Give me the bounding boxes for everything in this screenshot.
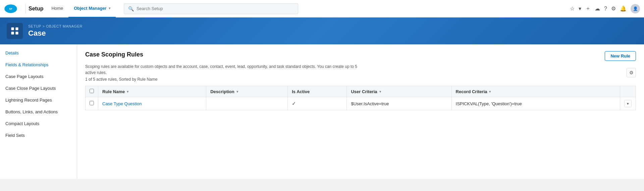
col-record-criteria[interactable]: Record Criteria ▾	[451, 86, 620, 97]
sidebar-item-case-close-page-layouts[interactable]: Case Close Page Layouts	[0, 82, 77, 94]
rule-name-link[interactable]: Case Type Question	[102, 101, 142, 106]
top-nav-right: ☆ ▾ ＋ ☁ ? ⚙ 🔔 👤	[570, 4, 640, 13]
nav-divider	[25, 4, 26, 14]
search-bar[interactable]: 🔍	[124, 3, 298, 14]
content-header: Case Scoping Rules New Rule	[85, 51, 636, 61]
row-checkbox-cell[interactable]	[86, 97, 98, 110]
cloud-icon[interactable]: ☁	[595, 5, 600, 12]
sidebar-item-fields-relationships[interactable]: Fields & Relationships	[0, 59, 77, 71]
search-icon: 🔍	[128, 6, 134, 11]
sidebar-item-lightning-record-pages[interactable]: Lightning Record Pages	[0, 94, 77, 106]
col-rule-name[interactable]: Rule Name ▾	[98, 86, 206, 97]
breadcrumb: SETUP > OBJECT MANAGER Case	[28, 24, 83, 38]
row-checkbox[interactable]	[90, 101, 94, 105]
section-title: Case Scoping Rules	[85, 51, 143, 58]
sidebar-item-buttons-links-actions[interactable]: Buttons, Links, and Actions	[0, 106, 77, 118]
object-manager-chevron: ▾	[109, 6, 110, 10]
svg-rect-5	[15, 32, 18, 34]
record-criteria-sort-icon: ▾	[489, 90, 491, 93]
gear-icon[interactable]: ⚙	[611, 5, 616, 12]
new-rule-button[interactable]: New Rule	[605, 51, 636, 61]
plus-icon[interactable]: ＋	[585, 5, 591, 12]
nav-tabs: Home Object Manager ▾	[46, 0, 115, 17]
record-count: 1 of 5 active rules, Sorted by Rule Name	[85, 77, 636, 82]
col-user-criteria[interactable]: User Criteria ▾	[347, 86, 451, 97]
chevron-down-icon[interactable]: ▾	[579, 5, 581, 12]
row-description	[206, 97, 288, 110]
row-record-criteria: ISPICKVAL(Type, 'Question')=true	[451, 97, 620, 110]
svg-rect-2	[11, 28, 14, 30]
svg-text:SF: SF	[9, 7, 12, 10]
select-all-header[interactable]	[86, 86, 98, 97]
content-area: Case Scoping Rules New Rule Scoping rule…	[77, 44, 644, 179]
select-all-checkbox[interactable]	[90, 89, 94, 93]
col-description[interactable]: Description ▾	[206, 86, 288, 97]
bell-icon[interactable]: 🔔	[620, 5, 627, 12]
row-user-criteria: $User.IsActive=true	[347, 97, 451, 110]
tab-object-manager[interactable]: Object Manager ▾	[68, 0, 116, 17]
star-icon[interactable]: ☆	[570, 5, 575, 12]
row-action-cell: ▾	[620, 97, 636, 110]
tab-home[interactable]: Home	[46, 0, 68, 17]
top-navigation: SF Setup Home Object Manager ▾ 🔍 ☆ ▾ ＋ ☁…	[0, 0, 644, 17]
sidebar-item-compact-layouts[interactable]: Compact Layouts	[0, 118, 77, 129]
rules-table: Rule Name ▾ Description ▾ Is Active	[85, 86, 636, 110]
user-criteria-sort-icon: ▾	[379, 90, 381, 93]
header-banner: SETUP > OBJECT MANAGER Case	[0, 17, 644, 44]
sidebar-item-details[interactable]: Details	[0, 47, 77, 59]
is-active-checkmark: ✓	[292, 101, 296, 106]
table-header-row: Rule Name ▾ Description ▾ Is Active	[86, 86, 636, 97]
section-description: Scoping rules are available for custom o…	[85, 64, 360, 76]
main-layout: Details Fields & Relationships Case Page…	[0, 44, 644, 179]
col-is-active: Is Active	[288, 86, 347, 97]
avatar[interactable]: 👤	[631, 4, 640, 13]
page-title: Case	[28, 29, 83, 38]
object-icon	[7, 23, 23, 39]
app-name: Setup	[29, 6, 43, 12]
description-sort-icon: ▾	[236, 90, 238, 93]
svg-rect-4	[11, 32, 14, 34]
settings-button[interactable]: ⚙	[627, 68, 636, 77]
question-icon[interactable]: ?	[604, 6, 607, 12]
row-rule-name: Case Type Question	[98, 97, 206, 110]
table-row: Case Type Question ✓ $User.IsActive=true…	[86, 97, 636, 110]
rule-name-sort-icon: ▾	[127, 90, 128, 93]
salesforce-logo[interactable]: SF	[4, 4, 17, 13]
search-input[interactable]	[137, 6, 294, 11]
row-action-button[interactable]: ▾	[624, 100, 632, 107]
sidebar: Details Fields & Relationships Case Page…	[0, 44, 77, 179]
sidebar-item-field-sets[interactable]: Field Sets	[0, 129, 77, 141]
breadcrumb-text: SETUP > OBJECT MANAGER	[28, 24, 83, 28]
svg-rect-3	[15, 28, 18, 30]
col-actions	[620, 86, 636, 97]
sidebar-item-case-page-layouts[interactable]: Case Page Layouts	[0, 71, 77, 82]
row-is-active: ✓	[288, 97, 347, 110]
